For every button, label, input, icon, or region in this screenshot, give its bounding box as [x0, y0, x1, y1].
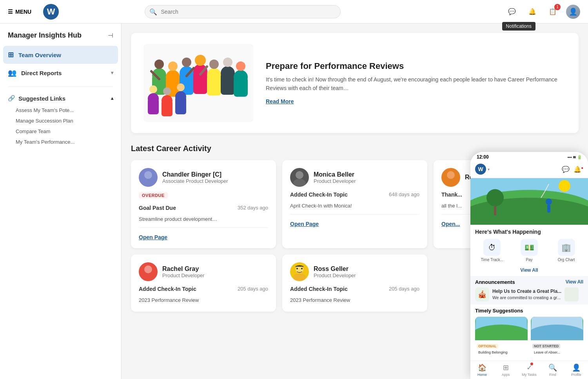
sidebar-collapse-button[interactable]: ⊣	[108, 32, 113, 39]
phone-view-all-link[interactable]: View All	[470, 266, 588, 276]
user-avatar[interactable]: 👤	[566, 5, 580, 19]
grid-icon: ⊞	[8, 51, 14, 59]
phone-action-pay[interactable]: 💵 Pay	[512, 239, 546, 262]
svg-point-43	[293, 273, 306, 281]
card-person-info: Chandler Binger [C] Associate Product De…	[162, 171, 228, 184]
phone-nav-apps[interactable]: ⊞ Apps	[494, 363, 517, 377]
phone-nav-find-label: Find	[549, 373, 556, 377]
orgchart-icon: 🏢	[558, 239, 575, 256]
announcement-thumbnail	[564, 287, 579, 301]
banner-read-more-link[interactable]: Read More	[266, 98, 294, 105]
menu-button[interactable]: ☰ MENU	[8, 9, 31, 15]
phone-nav-profile-label: Profile	[571, 373, 581, 377]
phone-app-logo: W	[475, 164, 486, 175]
card-header: Chandler Binger [C] Associate Product De…	[139, 168, 268, 187]
card-activity-row: Added Check-In Topic 205 days ago	[290, 286, 419, 292]
chat-button[interactable]: 💬	[505, 5, 519, 19]
svg-point-35	[142, 179, 154, 187]
svg-rect-24	[148, 99, 159, 114]
phone-nav-home-label: Home	[477, 373, 487, 377]
activity-label: Added Check-In Topic	[139, 286, 196, 292]
phone-action-timetrack[interactable]: ⏱ Time Track...	[475, 239, 509, 262]
svg-point-55	[475, 325, 528, 340]
phone-nav-tasks[interactable]: ✓ My Tasks	[517, 363, 541, 377]
svg-point-14	[209, 60, 219, 69]
timetrack-icon: ⏱	[483, 239, 501, 256]
card-person-title: Product Developer	[314, 178, 356, 184]
announcement-body: We are committed to creating a gr...	[492, 295, 561, 300]
sidebar-link-performance[interactable]: My Team's Performance...	[0, 137, 121, 147]
svg-point-38	[447, 171, 455, 179]
svg-point-8	[182, 58, 191, 67]
activity-description: 2023 Performance Review	[290, 297, 419, 304]
activity-description: Streamline product development…	[139, 216, 268, 223]
phone-timely-section: Timely Suggestions OPTIONAL Building Bel…	[470, 305, 588, 361]
app-logo: W	[43, 4, 59, 20]
open-page-link[interactable]: Open Page	[290, 221, 419, 227]
phone-nav-home[interactable]: 🏠 Home	[470, 363, 494, 377]
svg-point-23	[149, 85, 157, 93]
sidebar-item-label: Team Overview	[18, 52, 61, 58]
activity-description: 2023 Performance Review	[139, 297, 268, 304]
search-bar: 🔍	[145, 5, 341, 18]
chevron-up-icon: ▴	[111, 96, 113, 101]
card-header: Monica Beller Product Developer	[290, 168, 419, 187]
phone-bell-icon[interactable]: 🔔●	[573, 166, 583, 173]
home-icon: 🏠	[478, 363, 486, 372]
activity-card-ross: Ross Geller Product Developer Added Chec…	[282, 254, 427, 312]
timely-badge: NOT STARTED	[532, 344, 560, 348]
card-divider	[139, 227, 268, 228]
nav-icons-group: 💬 🔔 Notifications 📋 1 👤	[505, 5, 580, 19]
phone-action-label: Org Chart	[558, 258, 575, 262]
svg-point-44	[296, 268, 298, 269]
svg-point-39	[445, 179, 457, 187]
card-person-name: Ross Geller	[314, 265, 356, 273]
sidebar-item-label: Direct Reports	[21, 70, 62, 76]
timely-card-belonging[interactable]: OPTIONAL Building Belonging	[475, 317, 528, 357]
sidebar-title: Manager Insights Hub	[8, 31, 82, 40]
phone-announcement-item: 🎪 Help Us to Create a Great Pla... We ar…	[475, 287, 583, 301]
sidebar-link-assess[interactable]: Assess My Team's Pote...	[0, 105, 121, 116]
notifications-button[interactable]: 🔔 Notifications	[525, 5, 539, 19]
announcements-view-all[interactable]: View All	[566, 279, 583, 285]
overdue-badge: OVERDUE	[139, 192, 168, 199]
open-page-link[interactable]: Open Page	[139, 234, 268, 240]
sidebar-item-direct-reports[interactable]: 👥 Direct Reports ▾	[0, 64, 121, 82]
activity-label: Thank...	[441, 191, 462, 198]
suggested-links-label: Suggested Links	[18, 95, 65, 102]
phone-chat-icon[interactable]: 💬	[562, 166, 570, 173]
sidebar-link-succession[interactable]: Manage Succession Plan	[0, 116, 121, 126]
activity-label: Added Check-In Topic	[290, 286, 348, 292]
timely-card-leave[interactable]: NOT STARTED Leave of Abser...	[531, 317, 583, 357]
timely-card-image	[531, 317, 583, 340]
card-person-info: Ross Geller Product Developer	[314, 265, 356, 278]
sidebar: Manager Insights Hub ⊣ ⊞ Team Overview 👥…	[0, 23, 122, 379]
timely-badge: OPTIONAL	[477, 344, 498, 348]
svg-rect-27	[162, 101, 172, 116]
phone-whats-happening-title: Here's What's Happening	[470, 225, 588, 237]
card-person-title: Product Developer	[162, 273, 205, 278]
phone-action-orgchart[interactable]: 🏢 Org Chart	[549, 239, 583, 262]
svg-point-11	[195, 55, 206, 66]
phone-announcements-section: Announcements View All 🎪 Help Us to Crea…	[470, 276, 588, 305]
svg-rect-15	[207, 75, 221, 96]
sidebar-item-team-overview[interactable]: ⊞ Team Overview	[3, 46, 118, 64]
inbox-button[interactable]: 📋 1	[546, 5, 560, 19]
svg-point-45	[301, 268, 303, 269]
link-icon: 🔗	[8, 95, 15, 102]
svg-point-34	[144, 171, 152, 179]
days-ago: 205 days ago	[238, 286, 268, 292]
avatar-rachel	[139, 262, 158, 281]
card-person-info: Monica Beller Product Developer	[314, 171, 356, 184]
inbox-badge: 1	[554, 4, 561, 10]
announcements-title: Announcements	[475, 279, 515, 285]
sidebar-link-compare[interactable]: Compare Team	[0, 126, 121, 137]
hamburger-icon: ☰	[8, 9, 13, 15]
avatar-icon: 👤	[569, 7, 577, 16]
svg-rect-30	[175, 97, 186, 114]
phone-nav-profile[interactable]: 👤 Profile	[564, 363, 588, 377]
phone-nav-find[interactable]: 🔍 Find	[541, 363, 564, 377]
card-person-name: Chandler Binger [C]	[162, 171, 228, 178]
banner-card: Prepare for Performance Reviews It's tim…	[131, 33, 579, 133]
search-input[interactable]	[145, 5, 341, 18]
